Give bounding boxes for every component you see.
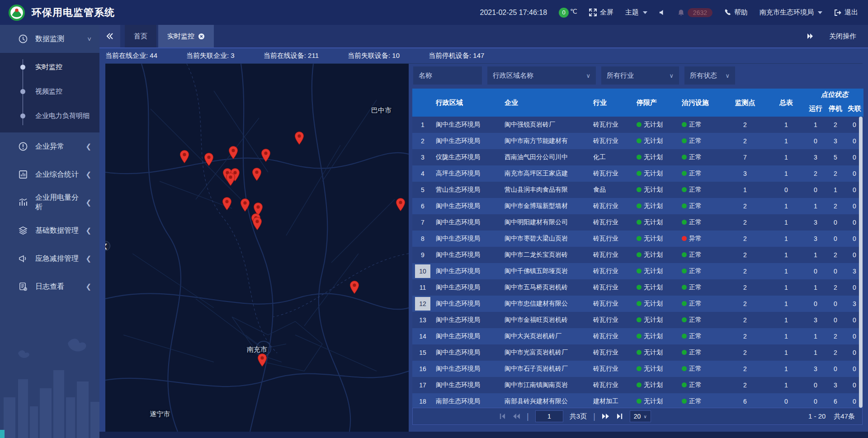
cell-limit: 无计划 [634, 377, 679, 393]
map-label-巴中市: 巴中市 [371, 106, 392, 114]
table-row[interactable]: 18南部生态环境局南部县砖兴建材有限公建材加工无计划正常60060 [412, 393, 863, 408]
cell-stopped: 3 [826, 377, 845, 393]
tab-label: 实时监控 [167, 32, 194, 41]
fullscreen-button[interactable]: 全屏 [589, 8, 613, 17]
table-row[interactable]: 7阆中生态环境局阆中明阳建材有限公司砖瓦行业无计划正常21300 [412, 214, 863, 231]
cell-stopped: 0 [826, 231, 845, 247]
cell-no: 15 [412, 344, 433, 361]
sidebar-item-视频监控[interactable]: 视频监控 [0, 79, 99, 104]
cell-facility: 正常 [679, 296, 723, 312]
table-row[interactable]: 14阆中生态环境局阆中大兴页岩机砖厂砖瓦行业无计划正常21120 [412, 328, 863, 344]
table-row[interactable]: 2阆中生态环境局阆中市南方节能建材有砖瓦行业无计划正常21030 [412, 133, 863, 149]
sidebar-item-企业电力负荷明细[interactable]: 企业电力负荷明细 [0, 104, 99, 128]
cell-industry: 砖瓦行业 [590, 247, 634, 263]
status-dot-icon [682, 203, 687, 208]
map-marker[interactable] [179, 150, 189, 164]
cell-company: 阆中市光富页岩机砖厂 [502, 344, 590, 361]
table-row[interactable]: 15阆中生态环境局阆中市光富页岩机砖厂砖瓦行业无计划正常21120 [412, 344, 863, 361]
sidebar-group-日志查看[interactable]: 日志查看❮ [0, 273, 99, 301]
sidebar-group-基础数据管理[interactable]: 基础数据管理❮ [0, 217, 99, 245]
stat-当前停机设备: 当前停机设备: 147 [429, 52, 484, 60]
first-page-button[interactable] [499, 413, 506, 419]
table-row[interactable]: 16阆中生态环境局阆中市石子页岩机砖厂砖瓦行业无计划正常21300 [412, 361, 863, 377]
sound-toggle[interactable] [659, 9, 666, 16]
sidebar-group-企业综合统计[interactable]: 企业综合统计❮ [0, 160, 99, 188]
table-row[interactable]: 10阆中生态环境局阆中千佛镇五郎垭页岩砖瓦行业无计划正常21003 [412, 263, 863, 279]
tab-实时监控[interactable]: 实时监控 [158, 25, 214, 47]
table-row[interactable]: 11阆中生态环境局阆中市五马桥页岩机砖砖瓦行业无计划正常21120 [412, 279, 863, 296]
map-marker[interactable] [349, 281, 359, 294]
close-icon[interactable] [198, 33, 205, 40]
cell-company: 南充市高坪区王家店建 [502, 165, 590, 182]
name-search-input[interactable]: 名称 [413, 66, 482, 85]
logout-button[interactable]: 退出 [834, 8, 858, 17]
cell-facility: 正常 [679, 328, 723, 344]
tabs-scroll-left-button[interactable] [99, 25, 120, 47]
table-row[interactable]: 5营山生态环境局营山县润丰肉食品有限食品无计划正常10010 [412, 182, 863, 198]
sidebar-menu: 数据监测˅实时监控视频监控企业电力负荷明细企业异常❮企业综合统计❮企业用电量分析… [0, 25, 99, 301]
org-dropdown[interactable]: 南充市生态环境局 [760, 8, 822, 17]
map-marker[interactable] [222, 197, 232, 210]
map-marker[interactable] [228, 146, 238, 160]
prev-page-button[interactable] [512, 413, 520, 419]
cell-facility: 正常 [679, 263, 723, 279]
cell-limit: 无计划 [634, 198, 679, 214]
map-marker[interactable] [240, 198, 250, 212]
theme-dropdown[interactable]: 主题 [625, 8, 647, 17]
map-marker[interactable] [252, 167, 262, 181]
col-region: 行政区域 [433, 89, 502, 117]
cell-stopped: 1 [826, 182, 845, 198]
sidebar-group-企业异常[interactable]: 企业异常❮ [0, 132, 99, 160]
map-marker[interactable] [226, 173, 236, 186]
next-page-button[interactable] [602, 413, 610, 419]
pager-divider: | [527, 412, 529, 421]
map-marker[interactable] [396, 198, 406, 212]
industry-select[interactable]: 所有行业 ∨ [601, 66, 679, 85]
cell-company: 阆中明阳建材有限公司 [502, 214, 590, 231]
notifications[interactable]: 2632 [678, 8, 712, 17]
cell-company: 阆中市忠信建材有限公 [502, 296, 590, 312]
last-page-button[interactable] [616, 413, 623, 419]
sidebar-group-企业用电量分析[interactable]: 企业用电量分析❮ [0, 188, 99, 217]
table-row[interactable]: 17阆中生态环境局阆中市江南镇阆南页岩砖瓦行业无计划正常21030 [412, 377, 863, 393]
cell-running: 0 [806, 393, 826, 408]
map-marker[interactable] [261, 149, 271, 162]
page-size-select[interactable]: 20 ∨ [630, 410, 651, 422]
cell-region: 阆中生态环境局 [433, 263, 502, 279]
status-select[interactable]: 所有状态 ∨ [684, 66, 735, 85]
map-roads [105, 64, 409, 432]
alert-icon [18, 141, 28, 151]
table-row[interactable]: 4高坪生态环境局南充市高坪区王家店建砖瓦行业无计划正常31220 [412, 165, 863, 182]
database-icon [18, 226, 28, 235]
map-canvas[interactable]: 巴中市南充市遂宁市 ❮ [105, 64, 409, 432]
map-marker[interactable] [204, 153, 214, 166]
cell-running: 0 [806, 296, 826, 312]
help-button[interactable]: 帮助 [724, 8, 748, 17]
sidebar-group-应急减排管理[interactable]: 应急减排管理❮ [0, 245, 99, 273]
map-marker[interactable] [257, 353, 267, 367]
page-number-input[interactable] [535, 410, 563, 422]
tab-bar: 首页实时监控 关闭操作 [99, 25, 868, 48]
table-row[interactable]: 1阆中生态环境局阆中强锐页岩砖厂砖瓦行业无计划正常21120 [412, 117, 863, 133]
close-operations-button[interactable]: 关闭操作 [829, 32, 856, 41]
cell-company: 阆中市南方节能建材有 [502, 133, 590, 149]
col-status-group: 点位状态 [806, 89, 863, 100]
cell-company: 阆中市二龙长宝页岩砖 [502, 247, 590, 263]
map-marker[interactable] [252, 217, 262, 230]
table-row[interactable]: 3仪陇生态环境局西南油气田分公司川中化工无计划正常71350 [412, 149, 863, 165]
table-scrollbar[interactable] [859, 117, 863, 408]
table-row[interactable]: 9阆中生态环境局阆中市二龙长宝页岩砖砖瓦行业无计划正常21120 [412, 247, 863, 263]
region-select[interactable]: 行政区域名称 ∨ [487, 66, 596, 85]
sidebar-item-实时监控[interactable]: 实时监控 [0, 55, 99, 79]
temperature-unit: ℃ [570, 8, 577, 15]
cell-industry: 食品 [590, 182, 634, 198]
table-row[interactable]: 8阆中生态环境局阆中市枣碧大梁山页岩砖瓦行业无计划异常21300 [412, 231, 863, 247]
tab-首页[interactable]: 首页 [125, 25, 156, 47]
map-marker[interactable] [294, 131, 304, 145]
table-row[interactable]: 12阆中生态环境局阆中市忠信建材有限公砖瓦行业无计划正常21003 [412, 296, 863, 312]
table-row[interactable]: 6阆中生态环境局阆中市金博瑞新型墙材砖瓦行业无计划正常21120 [412, 198, 863, 214]
cell-limit: 无计划 [634, 279, 679, 296]
double-chevron-right-icon[interactable] [807, 33, 814, 39]
sidebar-group-数据监测[interactable]: 数据监测˅ [0, 25, 99, 53]
table-row[interactable]: 13阆中生态环境局阆中市金福旺页岩机砖砖瓦行业无计划正常21300 [412, 312, 863, 328]
